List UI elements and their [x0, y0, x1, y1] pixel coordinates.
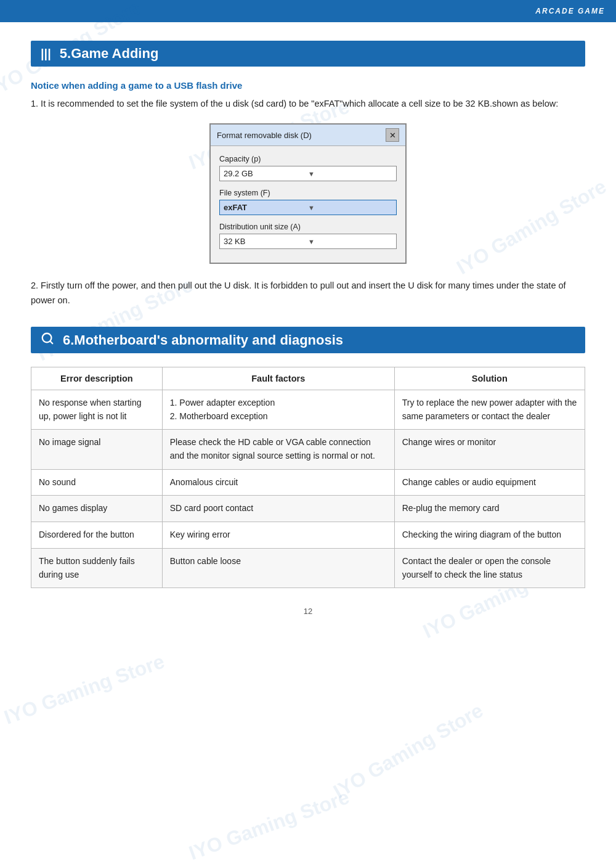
table-cell-solution: Change wires or monitor — [394, 430, 585, 469]
table-row: Disordered for the buttonKey wiring erro… — [31, 522, 585, 549]
dialog-wrapper: Format removable disk (D) ✕ Capacity (p)… — [31, 123, 585, 264]
unitsize-dropdown-arrow: ▼ — [308, 238, 392, 245]
table-cell-solution: Checking the wiring diagram of the butto… — [394, 522, 585, 549]
dialog-body: Capacity (p) 29.2 GB ▼ File system (F) e… — [211, 146, 405, 263]
col-header-error: Error description — [31, 367, 163, 390]
section6-header: 6.Motherboard's abnormality and diagnosi… — [31, 327, 585, 353]
table-row: No image signalPlease check the HD cable… — [31, 430, 585, 469]
step1-text: 1. It is recommended to set the file sys… — [31, 97, 585, 111]
step2-text: 2. Firstly turn off the power, and then … — [31, 279, 585, 308]
col-header-solution: Solution — [394, 367, 585, 390]
page-number: 12 — [31, 607, 585, 616]
section5-header: ||| 5.Game Adding — [31, 41, 585, 67]
top-bar-title: ARCADE GAME — [535, 7, 605, 15]
watermark-8: IYO Gaming Store — [1, 650, 168, 729]
capacity-value[interactable]: 29.2 GB ▼ — [219, 166, 397, 181]
diagnosis-table: Error description Fault factors Solution… — [31, 367, 585, 588]
dialog-titlebar: Format removable disk (D) ✕ — [211, 125, 405, 146]
table-cell-fault: Please check the HD cable or VGA cable c… — [162, 430, 394, 469]
col-header-fault: Fault factors — [162, 367, 394, 390]
table-cell-solution: Re-plug the memory card — [394, 496, 585, 522]
dialog-close-button[interactable]: ✕ — [386, 128, 399, 142]
table-row: No soundAnomalous circuitChange cables o… — [31, 469, 585, 496]
unitsize-label: Distribution unit size (A) — [219, 223, 397, 231]
table-cell-solution: Contact the dealer or open the console y… — [394, 548, 585, 588]
table-cell-error: The button suddenly fails during use — [31, 548, 163, 588]
table-cell-fault: Key wiring error — [162, 522, 394, 549]
filesystem-label: File system (F) — [219, 189, 397, 197]
table-cell-error: No games display — [31, 496, 163, 522]
table-cell-error: Disordered for the button — [31, 522, 163, 549]
format-dialog: Format removable disk (D) ✕ Capacity (p)… — [209, 123, 407, 264]
svg-line-1 — [50, 341, 52, 343]
section5-icon: ||| — [41, 47, 51, 61]
main-content: ||| 5.Game Adding Notice when adding a g… — [0, 22, 616, 641]
table-cell-fault: 1. Power adapter exception 2. Motherboar… — [162, 390, 394, 430]
table-row: No response when starting up, power ligh… — [31, 390, 585, 430]
table-cell-error: No sound — [31, 469, 163, 496]
table-cell-error: No response when starting up, power ligh… — [31, 390, 163, 430]
table-cell-solution: Try to replace the new power adapter wit… — [394, 390, 585, 430]
table-cell-solution: Change cables or audio equipment — [394, 469, 585, 496]
top-bar: ARCADE GAME — [0, 0, 616, 22]
capacity-label: Capacity (p) — [219, 155, 397, 163]
filesystem-value[interactable]: exFAT ▼ — [219, 200, 397, 215]
table-row: No games displaySD card poort contactRe-… — [31, 496, 585, 522]
table-cell-fault: SD card poort contact — [162, 496, 394, 522]
section6-icon — [41, 332, 54, 348]
table-cell-fault: Button cable loose — [162, 548, 394, 588]
notice-subtitle: Notice when adding a game to a USB flash… — [31, 80, 585, 91]
table-cell-fault: Anomalous circuit — [162, 469, 394, 496]
dialog-title: Format removable disk (D) — [217, 131, 312, 140]
watermark-9: IYO Gaming Store — [330, 699, 487, 803]
filesystem-dropdown-arrow: ▼ — [308, 204, 392, 211]
table-cell-error: No image signal — [31, 430, 163, 469]
section5-title: 5.Game Adding — [60, 46, 159, 62]
table-row: The button suddenly fails during useButt… — [31, 548, 585, 588]
section6-title: 6.Motherboard's abnormality and diagnosi… — [63, 332, 343, 348]
unitsize-value[interactable]: 32 KB ▼ — [219, 234, 397, 249]
watermark-10: IYO Gaming Store — [186, 785, 352, 864]
capacity-dropdown-arrow: ▼ — [308, 170, 392, 178]
